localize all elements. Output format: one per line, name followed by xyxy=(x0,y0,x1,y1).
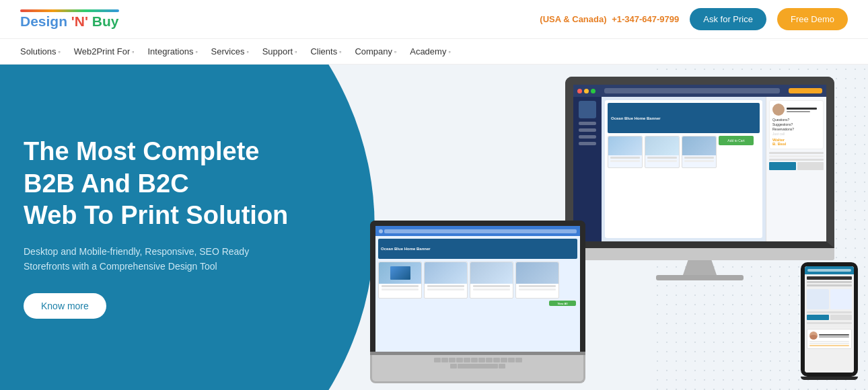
chevron-down-icon: ▫ xyxy=(195,48,197,55)
logo-design: Design xyxy=(20,13,67,29)
ask-price-button[interactable]: Ask for Price xyxy=(690,8,766,30)
logo-buy: Buy xyxy=(92,13,119,29)
nav-item-clients[interactable]: Clients ▫ xyxy=(303,39,348,65)
header-right: (USA & Canada) +1-347-647-9799 Ask for P… xyxy=(540,8,848,30)
nav-label: Company xyxy=(355,46,392,56)
nav-label: Web2Print For xyxy=(74,46,131,56)
laptop: Ocean Blue Home Banner xyxy=(370,221,585,383)
hero-section: The Most Complete B2B And B2C Web To Pri… xyxy=(0,65,868,390)
know-more-button[interactable]: Know more xyxy=(24,293,106,319)
nav-label: Support xyxy=(262,46,293,56)
nav-item-solutions[interactable]: Solutions ▫ xyxy=(13,39,67,65)
nav-item-support[interactable]: Support ▫ xyxy=(256,39,304,65)
free-demo-button[interactable]: Free Demo xyxy=(777,8,848,30)
hero-title: The Most Complete B2B And B2C Web To Pri… xyxy=(24,136,303,232)
logo-n: 'N' xyxy=(71,13,88,29)
nav-item-academy[interactable]: Academy ▫ xyxy=(403,39,457,65)
region-label: (USA & Canada) xyxy=(540,14,606,24)
logo[interactable]: Design 'N' Buy xyxy=(20,9,119,30)
nav-item-company[interactable]: Company ▫ xyxy=(348,39,403,65)
nav-label: Clients xyxy=(310,46,337,56)
nav-item-services[interactable]: Services ▫ xyxy=(205,39,256,65)
chevron-down-icon: ▫ xyxy=(246,48,248,55)
nav-item-web2print[interactable]: Web2Print For ▫ xyxy=(67,39,141,65)
nav-label: Services xyxy=(211,46,245,56)
phone-number: +1-347-647-9799 xyxy=(612,14,679,24)
chevron-down-icon: ▫ xyxy=(394,48,396,55)
chevron-down-icon: ▫ xyxy=(448,48,450,55)
main-nav: Solutions ▫ Web2Print For ▫ Integrations… xyxy=(0,39,868,65)
chevron-down-icon: ▫ xyxy=(58,48,60,55)
chevron-down-icon: ▫ xyxy=(132,48,134,55)
nav-label: Integrations xyxy=(147,46,193,56)
chevron-down-icon: ▫ xyxy=(295,48,297,55)
hero-content: The Most Complete B2B And B2C Web To Pri… xyxy=(0,65,323,390)
hero-subtitle: Desktop and Mobile-friendly, Responsive,… xyxy=(24,244,279,274)
header: Design 'N' Buy (USA & Canada) +1-347-647… xyxy=(0,0,868,39)
mobile-phone xyxy=(801,262,858,380)
nav-label: Solutions xyxy=(20,46,56,56)
nav-item-integrations[interactable]: Integrations ▫ xyxy=(141,39,204,65)
chevron-down-icon: ▫ xyxy=(339,48,341,55)
desktop-monitor: Ocean Blue Home Banner xyxy=(565,77,834,280)
phone-info: (USA & Canada) +1-347-647-9799 xyxy=(540,14,679,24)
nav-label: Academy xyxy=(410,46,446,56)
